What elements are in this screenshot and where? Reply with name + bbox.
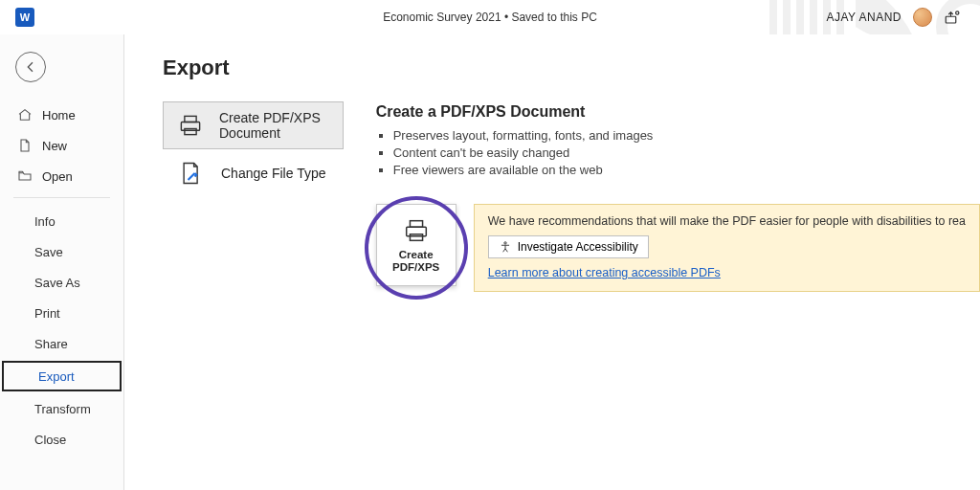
bullet-item: Preserves layout, formatting, fonts, and…: [393, 128, 980, 143]
svg-rect-8: [946, 16, 956, 23]
nav-open[interactable]: Open: [0, 161, 123, 191]
avatar[interactable]: [913, 8, 932, 27]
share-tray-icon[interactable]: [944, 9, 961, 26]
svg-rect-1: [783, 0, 791, 36]
big-button-label-1: Create: [392, 249, 439, 261]
open-folder-icon: [17, 168, 33, 184]
word-logo-icon: W: [15, 8, 34, 27]
svg-rect-14: [410, 220, 422, 227]
option-create-pdf-xps[interactable]: Create PDF/XPS Document: [163, 101, 344, 149]
nav-info[interactable]: Info: [0, 206, 123, 236]
nav-label: Save: [34, 245, 63, 259]
bullet-item: Free viewers are available on the web: [393, 163, 980, 177]
username: AJAY ANAND: [826, 11, 902, 24]
nav-save[interactable]: Save: [0, 236, 123, 267]
nav-close[interactable]: Close: [0, 424, 123, 455]
big-button-label-2: PDF/XPS: [392, 261, 439, 274]
detail-bullets: Preserves layout, formatting, fonts, and…: [376, 128, 980, 177]
svg-rect-0: [769, 0, 777, 36]
back-button[interactable]: [15, 52, 46, 82]
pdf-printer-icon: [177, 111, 204, 140]
learn-more-link[interactable]: Learn more about creating accessible PDF…: [488, 266, 966, 279]
nav-new[interactable]: New: [0, 130, 123, 161]
nav-label: Print: [34, 306, 60, 321]
new-file-icon: [17, 138, 33, 153]
nav-label: Home: [42, 108, 76, 122]
nav-label: Transform: [34, 402, 91, 416]
nav-save-as[interactable]: Save As: [0, 267, 123, 298]
svg-point-9: [956, 11, 959, 14]
export-option-list: Create PDF/XPS Document Change File Type: [163, 101, 344, 197]
nav-label: Open: [42, 169, 73, 184]
backstage-sidebar: Home New Open Info Save Save As Print Sh…: [0, 34, 124, 490]
svg-point-16: [504, 242, 506, 244]
accessibility-recommendation: We have recommendations that will make t…: [474, 204, 980, 292]
nav-label: Share: [34, 337, 68, 351]
nav-separator: [13, 197, 110, 198]
pdf-printer-icon: [402, 216, 431, 245]
option-change-file-type[interactable]: Change File Type: [163, 149, 344, 197]
home-icon: [17, 107, 33, 122]
svg-rect-11: [185, 116, 196, 122]
export-detail-pane: Create a PDF/XPS Document Preserves layo…: [376, 101, 980, 292]
content-area: Export Create PDF/XPS Document Change Fi…: [124, 34, 980, 490]
document-title: Economic Survey 2021 • Saved to this PC: [383, 11, 597, 24]
nav-print[interactable]: Print: [0, 298, 123, 328]
nav-label: Export: [38, 369, 75, 384]
option-label: Create PDF/XPS Document: [219, 110, 329, 141]
recommendation-text: We have recommendations that will make t…: [488, 214, 966, 228]
button-label: Investigate Accessibility: [518, 240, 638, 254]
svg-rect-3: [810, 0, 817, 36]
accessibility-icon: [499, 240, 512, 254]
create-pdf-xps-button-wrap: Create PDF/XPS: [376, 204, 457, 292]
nav-label: Close: [34, 433, 66, 447]
titlebar: W Economic Survey 2021 • Saved to this P…: [0, 0, 980, 34]
page-title: Export: [163, 56, 980, 80]
nav-share[interactable]: Share: [0, 328, 123, 359]
investigate-accessibility-button[interactable]: Investigate Accessibility: [488, 235, 649, 258]
nav-home[interactable]: Home: [0, 100, 123, 130]
change-filetype-icon: [177, 159, 206, 188]
nav-export[interactable]: Export: [2, 361, 122, 391]
nav-label: Info: [34, 214, 56, 229]
option-label: Change File Type: [221, 166, 325, 181]
nav-transform[interactable]: Transform: [0, 393, 123, 424]
detail-title: Create a PDF/XPS Document: [376, 103, 980, 121]
bullet-item: Content can't be easily changed: [393, 145, 980, 160]
svg-rect-12: [185, 129, 196, 135]
nav-label: New: [42, 139, 67, 153]
svg-rect-2: [796, 0, 804, 36]
nav-label: Save As: [34, 276, 80, 290]
svg-rect-15: [410, 234, 422, 241]
create-pdf-xps-button[interactable]: Create PDF/XPS: [376, 204, 457, 286]
